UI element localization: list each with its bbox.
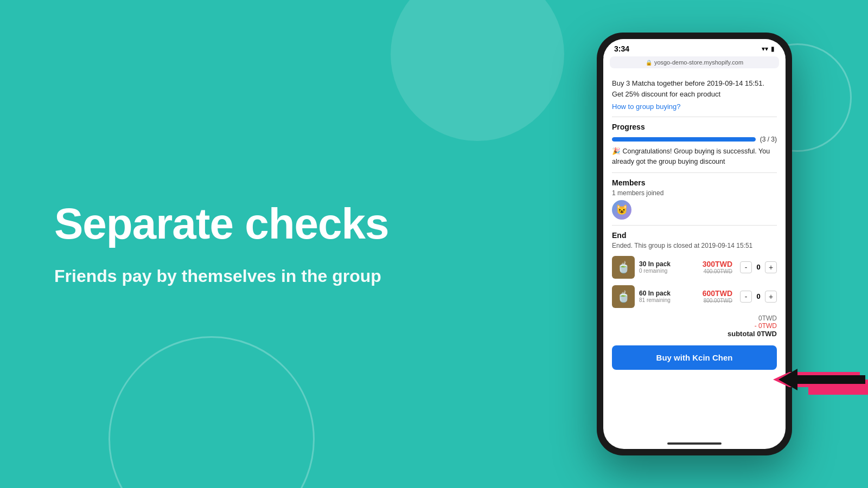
status-time: 3:34 [614,44,629,53]
lock-icon: 🔒 [646,60,652,66]
product-price-col-1: 300TWD 400.00TWD [703,260,732,274]
qty-value-2: 0 [754,292,763,300]
product-name-2: 60 In pack [639,290,698,297]
svg-marker-2 [778,369,865,390]
congrats-emoji: 🎉 [612,147,622,155]
progress-label: Progress [612,123,777,131]
totals-section: 0TWD - 0TWD subtotal 0TWD [612,314,777,338]
home-indicator [603,438,786,449]
product-row-1: 🍵 30 In pack 0 remaining 300TWD 400.00TW… [612,256,777,279]
screen-content: Buy 3 Matcha together before 2019-09-14 … [603,73,786,438]
pink-arrow-outer [773,364,868,397]
qty-plus-2[interactable]: + [765,291,777,303]
congrats-message: Congratulations! Group buying is success… [612,147,770,165]
price-new-2: 600TWD [703,289,732,298]
home-bar [667,442,722,445]
promo-main-text: Buy 3 Matcha together before 2019-09-14 … [612,78,777,99]
product-remaining-2: 81 remaining [639,297,698,303]
battery-icon: ▮ [771,45,775,53]
product-row-2: 🍵 60 In pack 81 remaining 600TWD 800.00T… [612,285,777,308]
url-text: yosgo-demo-store.myshopify.com [654,59,743,66]
members-label: Members [612,178,777,187]
members-count: 1 members joined [612,189,777,197]
product-img-1: 🍵 [612,256,635,279]
price-old-2: 800.00TWD [704,298,732,304]
member-avatar: 😺 [612,200,631,220]
product-info-1: 30 In pack 0 remaining [639,260,698,274]
divider-2 [612,172,777,173]
promo-link[interactable]: How to group buying? [612,102,680,111]
progress-bar-fill [612,137,756,142]
end-label: End [612,231,777,240]
buy-button[interactable]: Buy with Kcin Chen [612,345,777,370]
qty-plus-1[interactable]: + [765,261,777,273]
product-price-col-2: 600TWD 800.00TWD [703,289,732,304]
total-line-1: 0TWD [612,314,777,322]
main-title: Separate checks [54,200,389,248]
status-bar: 3:34 ▾▾ ▮ [603,39,786,56]
subtitle: Friends pay by themselves in the group [54,264,389,288]
wifi-icon: ▾▾ [762,45,768,53]
phone-device: 3:34 ▾▾ ▮ 🔒 yosgo-demo-store.myshopify.c… [597,33,792,455]
qty-control-1: - 0 + [740,261,777,273]
avatar-emoji: 😺 [616,204,628,216]
qty-minus-1[interactable]: - [740,261,752,273]
end-text: Ended. This group is closed at 2019-09-1… [612,242,777,249]
price-old-1: 400.00TWD [704,268,732,274]
bg-circle-bottom-left [108,336,315,488]
progress-bar-track [612,137,756,142]
product-info-2: 60 In pack 81 remaining [639,290,698,303]
total-discount: - 0TWD [612,322,777,330]
bg-circle-top-right [391,0,564,141]
url-bar: 🔒 yosgo-demo-store.myshopify.com [610,56,779,68]
phone-screen: 3:34 ▾▾ ▮ 🔒 yosgo-demo-store.myshopify.c… [603,39,786,449]
qty-value-1: 0 [754,263,763,271]
congrats-text: 🎉 Congratulations! Group buying is succe… [612,146,777,167]
qty-minus-2[interactable]: - [740,291,752,303]
progress-count: (3 / 3) [760,136,777,143]
qty-control-2: - 0 + [740,291,777,303]
price-new-1: 300TWD [703,260,732,268]
product-remaining-1: 0 remaining [639,268,698,274]
product-img-2: 🍵 [612,285,635,308]
divider-3 [612,225,777,226]
product-name-1: 30 In pack [639,260,698,268]
divider-1 [612,117,777,117]
status-icons: ▾▾ ▮ [762,45,775,53]
phone-wrapper: 3:34 ▾▾ ▮ 🔒 yosgo-demo-store.myshopify.c… [597,11,792,477]
subtotal-line: subtotal 0TWD [612,330,777,338]
left-content: Separate checks Friends pay by themselve… [54,200,389,288]
progress-row: (3 / 3) [612,136,777,143]
